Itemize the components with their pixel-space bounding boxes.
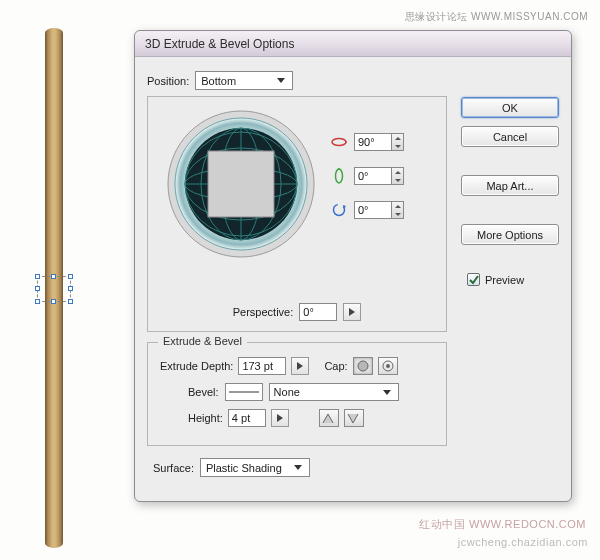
angle-z-value[interactable]: 0° [354,201,392,219]
svg-point-16 [336,169,343,183]
height-value[interactable]: 4 pt [228,409,266,427]
preview-checkbox[interactable] [467,273,480,286]
position-label: Position: [147,75,189,87]
svg-marker-30 [383,390,391,395]
chevron-down-icon [291,461,305,475]
watermark-bottom-2: 红动中国 WWW.REDOCN.COM [419,517,586,532]
bevel-preview [225,383,263,401]
surface-value: Plastic Shading [206,462,282,474]
axis-z-icon [330,201,348,219]
svg-marker-25 [297,362,303,370]
handle-top-center[interactable] [51,274,56,279]
extrude-depth-value[interactable]: 173 pt [238,357,286,375]
angle-y-spinner[interactable] [392,167,404,185]
perspective-value[interactable]: 0° [299,303,337,321]
handle-mid-left[interactable] [35,286,40,291]
svg-marker-18 [395,171,401,174]
selection-bounding-box[interactable] [37,276,71,302]
bevel-label: Bevel: [188,386,219,398]
chevron-down-icon [380,385,394,399]
handle-top-right[interactable] [68,274,73,279]
position-select[interactable]: Bottom [195,71,293,90]
handle-top-left[interactable] [35,274,40,279]
surface-select[interactable]: Plastic Shading [200,458,310,477]
angle-y-row: 0° [330,167,404,185]
bevel-height-row: Height: 4 pt [188,409,434,427]
perspective-slider-button[interactable] [343,303,361,321]
position-row: Position: Bottom [147,71,559,90]
preview-label: Preview [485,274,524,286]
axis-y-icon [330,167,348,185]
angle-column: 90° 0° [330,133,404,219]
chevron-down-icon [274,74,288,88]
perspective-input[interactable]: 0° [299,303,337,321]
angle-y-value[interactable]: 0° [354,167,392,185]
handle-mid-right[interactable] [68,286,73,291]
angle-y-input[interactable]: 0° [354,167,404,185]
svg-rect-11 [208,151,274,217]
cancel-button[interactable]: Cancel [461,126,559,147]
watermark-top: 思缘设计论坛 WWW.MISSYUAN.COM [405,10,588,24]
angle-x-value[interactable]: 90° [354,133,392,151]
angle-z-spinner[interactable] [392,201,404,219]
height-input[interactable]: 4 pt [228,409,266,427]
artwork-rod [45,28,65,548]
axis-x-icon [330,133,348,151]
extrude-depth-row: Extrude Depth: 173 pt Cap: [160,357,434,375]
height-label: Height: [188,412,223,424]
dialog-content: Position: Bottom [135,57,571,501]
rotation-trackball[interactable] [166,109,316,259]
extrude-depth-label: Extrude Depth: [160,360,233,372]
extrude-depth-slider-button[interactable] [291,357,309,375]
svg-marker-15 [395,145,401,148]
watermark-bottom: jcwcheng.chazidian.com [458,536,588,548]
svg-point-12 [332,139,346,146]
map-art-button[interactable]: Map Art... [461,175,559,196]
bevel-value: None [274,386,300,398]
bevel-out-button[interactable] [344,409,364,427]
svg-marker-31 [277,414,283,422]
svg-marker-0 [277,78,285,83]
more-options-button[interactable]: More Options [461,224,559,245]
dialog-titlebar[interactable]: 3D Extrude & Bevel Options [135,31,571,57]
extrude-bevel-group: Extrude & Bevel Extrude Depth: 173 pt Ca… [147,342,447,446]
surface-label: Surface: [153,462,194,474]
angle-x-spinner[interactable] [392,133,404,151]
angle-z-input[interactable]: 0° [354,201,404,219]
handle-bottom-center[interactable] [51,299,56,304]
svg-marker-22 [395,205,401,208]
trackball-svg [166,109,316,259]
handle-bottom-right[interactable] [68,299,73,304]
dialog-window: 3D Extrude & Bevel Options Position: Bot… [134,30,572,502]
height-slider-button[interactable] [271,409,289,427]
handle-bottom-left[interactable] [35,299,40,304]
svg-marker-19 [395,179,401,182]
dialog-title: 3D Extrude & Bevel Options [145,37,294,51]
bevel-select[interactable]: None [269,383,399,401]
svg-marker-24 [349,308,355,316]
bevel-in-button[interactable] [319,409,339,427]
svg-marker-14 [395,137,401,140]
svg-point-20 [334,205,345,216]
cap-off-button[interactable] [378,357,398,375]
cap-on-button[interactable] [353,357,373,375]
angle-z-row: 0° [330,201,404,219]
perspective-label: Perspective: [233,306,294,318]
rotation-panel: 90° 0° [147,96,447,332]
ok-button[interactable]: OK [461,97,559,118]
preview-row: Preview [461,273,559,286]
extrude-bevel-legend: Extrude & Bevel [158,335,247,347]
angle-x-input[interactable]: 90° [354,133,404,151]
angle-x-row: 90° [330,133,404,151]
surface-row: Surface: Plastic Shading [153,458,559,477]
perspective-row: Perspective: 0° [148,303,446,321]
svg-marker-23 [395,213,401,216]
svg-marker-32 [294,465,302,470]
button-column: OK Cancel Map Art... More Options Previe… [461,97,559,286]
svg-point-28 [386,364,390,368]
cap-label: Cap: [324,360,347,372]
bevel-row: Bevel: None [188,383,434,401]
extrude-depth-input[interactable]: 173 pt [238,357,286,375]
position-value: Bottom [201,75,236,87]
svg-point-26 [358,361,368,371]
